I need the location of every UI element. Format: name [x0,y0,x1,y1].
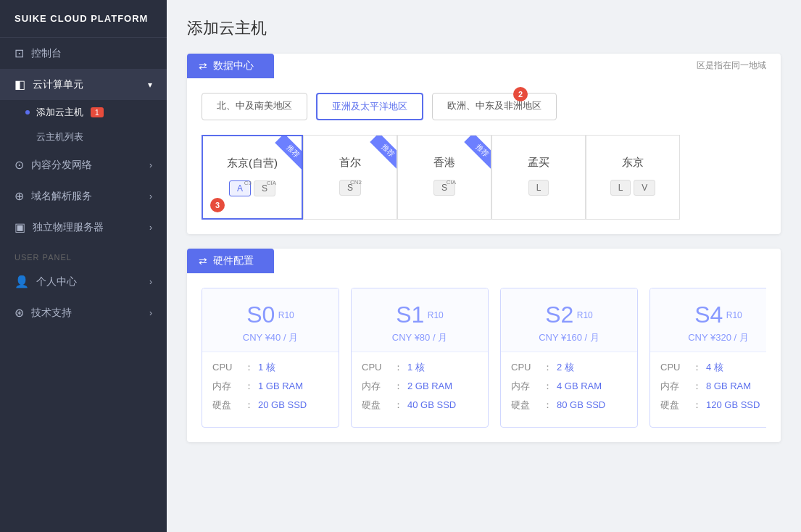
badge-l-tokyo[interactable]: L [610,180,631,196]
hw-name-s1: S1 R10 [359,302,481,328]
ribbon-wrap-hk: 推荐 [447,136,491,179]
sidebar-item-cdn[interactable]: ⊙ 内容分发网络 › [0,149,167,180]
chevron-right-icon4: › [149,277,152,287]
location-tokyo[interactable]: 东京 L V [586,135,680,220]
datacenter-note: 区是指在同一地域 [682,54,781,72]
sidebar-sub-vm-list[interactable]: 云主机列表 [0,125,167,149]
person-icon: 👤 [14,275,29,288]
badge-s-hk[interactable]: S CIA [433,180,455,196]
hw-card-header-s1: S1 R10 CNY ¥80 / 月 [352,288,488,352]
chevron-right-icon3: › [149,223,152,233]
sidebar-item-label: 技术支持 [31,307,72,320]
sidebar-sub-add-vm[interactable]: 添加云主机 1 [0,100,167,125]
location-badges-tokyo-owned: 3 A C3 S CIA [203,178,302,204]
step-badge-1: 1 [91,107,104,117]
recommended-ribbon-hk: 推荐 [464,136,491,169]
sidebar-item-label: 控制台 [31,47,62,60]
hw-ram-s1: 内存 ： 2 GB RAM [362,380,478,393]
hw-name-s0: S0 R10 [209,302,331,328]
sidebar-item-label: 内容分发网络 [31,159,92,172]
hw-card-header-s2: S2 R10 CNY ¥160 / 月 [501,288,637,352]
location-name-tokyo: 东京 [586,136,679,177]
region-tab-europe[interactable]: 欧洲、中东及非洲地区 [432,93,557,120]
location-hongkong[interactable]: 推荐 香港 S CIA [397,135,491,220]
hw-disk-s1: 硬盘 ： 40 GB SSD [362,399,478,412]
region-tab-americas[interactable]: 北、中及南美地区 [202,93,307,120]
hw-ram-s2: 内存 ： 4 GB RAM [511,380,627,393]
badge-v-tokyo[interactable]: V [634,180,655,196]
hw-card-s1[interactable]: S1 R10 CNY ¥80 / 月 CPU ： 1 核 内存 [351,288,489,428]
badge-label-a: A [237,183,243,194]
badge-cia-hk: CIA [447,179,456,186]
badge-s-seoul[interactable]: S CN2 [339,180,361,196]
sidebar-item-label: 个人中心 [36,275,77,288]
badge-a[interactable]: A C3 [229,180,251,196]
hw-disk-s4: 硬盘 ： 120 GB SSD [660,399,766,412]
location-badges-hk: S CIA [398,177,491,203]
hw-price-s1: CNY ¥80 / 月 [359,331,481,344]
hw-specs-s1: CPU ： 1 核 内存 ： 2 GB RAM 硬盘 ： 40 GB S [352,352,488,427]
badge-cn2: CN2 [350,179,362,186]
hardware-label: 硬件配置 [213,254,254,267]
location-seoul[interactable]: 推荐 首尔 S CN2 [303,135,397,220]
cloud-icon: ◧ [14,78,25,91]
sidebar-item-label: 域名解析服务 [31,190,92,203]
hw-ram-s0: 内存 ： 1 GB RAM [212,380,328,393]
sidebar-item-support[interactable]: ⊛ 技术支持 › [0,297,167,328]
hw-name-s2: S2 R10 [508,302,630,328]
hw-price-s4: CNY ¥320 / 月 [657,331,766,344]
dashboard-icon: ⊡ [14,46,24,60]
sidebar-item-dashboard[interactable]: ⊡ 控制台 [0,38,167,69]
region-tab-apac[interactable]: 亚洲及太平洋地区 [316,93,423,120]
badge-l-mumbai[interactable]: L [528,180,549,196]
hw-card-header-s0: S0 R10 CNY ¥40 / 月 [202,288,339,352]
hw-name-s4: S4 R10 [657,302,766,328]
server-icon: ▣ [14,220,25,234]
badge-c3: C3 [244,180,252,186]
hw-price-s2: CNY ¥160 / 月 [508,331,630,344]
location-tokyo-owned[interactable]: 推荐 东京(自营) 3 A C3 S CIA [202,135,303,220]
dns-icon: ⊕ [14,189,24,203]
hw-specs-s0: CPU ： 1 核 内存 ： 1 GB RAM 硬盘 ： 20 GB S [202,352,339,427]
hw-specs-s4: CPU ： 4 核 内存 ： 8 GB RAM 硬盘 ： 120 GB [650,352,766,427]
ribbon-wrap: 推荐 [258,136,302,180]
hw-card-header-s4: S4 R10 CNY ¥320 / 月 [650,288,766,352]
hardware-header: ⇄ 硬件配置 [187,249,274,273]
hw-card-s2[interactable]: S2 R10 CNY ¥160 / 月 CPU ： 2 核 内存 [500,288,638,428]
datacenter-section: ⇄ 数据中心 区是指在同一地域 2 北、中及南美地区 亚洲及太平洋地区 欧洲、中… [187,54,781,234]
location-grid: 推荐 东京(自营) 3 A C3 S CIA [202,135,766,220]
hw-disk-s0: 硬盘 ： 20 GB SSD [212,399,328,412]
location-badges-mumbai: L [492,177,585,203]
user-panel-label: USER PANEL [0,243,167,266]
chevron-right-icon5: › [149,308,152,318]
location-badges-tokyo: L V [586,177,679,203]
step-badge-2: 2 [513,87,528,101]
hardware-section: ⇄ 硬件配置 S0 R10 CNY ¥40 / 月 CPU [187,249,781,442]
sidebar-item-dedicated[interactable]: ▣ 独立物理服务器 › [0,212,167,243]
sidebar-item-cloud-compute[interactable]: ◧ 云计算单元 ▾ [0,69,167,100]
sidebar-item-personal[interactable]: 👤 个人中心 › [0,266,167,297]
hw-card-s0[interactable]: S0 R10 CNY ¥40 / 月 CPU ： 1 核 内存 [202,288,339,428]
hw-cpu-s0: CPU ： 1 核 [212,361,328,374]
datacenter-label: 数据中心 [213,59,254,72]
location-name-mumbai: 孟买 [492,136,585,177]
hw-cpu-s1: CPU ： 1 核 [362,361,478,374]
badge-s[interactable]: S CIA [254,180,275,196]
vm-list-label: 云主机列表 [36,131,83,142]
sidebar-item-label: 独立物理服务器 [33,221,104,234]
hw-price-s0: CNY ¥40 / 月 [209,331,331,344]
add-vm-label: 添加云主机 [36,107,83,117]
location-badges-seoul: S CN2 [304,177,397,203]
datacenter-body: 2 北、中及南美地区 亚洲及太平洋地区 欧洲、中东及非洲地区 推荐 [187,78,781,234]
sidebar-item-label: 云计算单元 [33,78,83,91]
hw-card-s4[interactable]: S4 R10 CNY ¥320 / 月 CPU ： 4 核 内存 [649,288,766,428]
region-tabs: 2 北、中及南美地区 亚洲及太平洋地区 欧洲、中东及非洲地区 [202,93,766,120]
sidebar: SUIKE CLOUD PLATFORM ⊡ 控制台 ◧ 云计算单元 ▾ 添加云… [0,0,167,532]
recommended-ribbon: 推荐 [275,136,302,170]
hw-ram-s4: 内存 ： 8 GB RAM [660,380,766,393]
step-badge-3: 3 [210,198,225,212]
badge-cia: CIA [267,180,276,186]
sidebar-item-dns[interactable]: ⊕ 域名解析服务 › [0,180,167,212]
chevron-down-icon: ▾ [148,80,152,90]
location-mumbai[interactable]: 孟买 L [491,135,586,220]
